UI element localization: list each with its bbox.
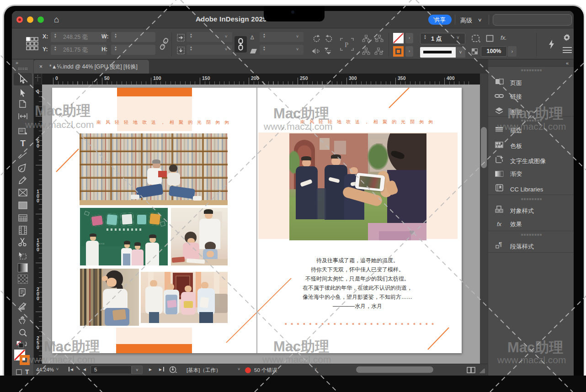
svg-text:¶: ¶	[499, 241, 502, 248]
svg-text:P: P	[345, 41, 348, 48]
